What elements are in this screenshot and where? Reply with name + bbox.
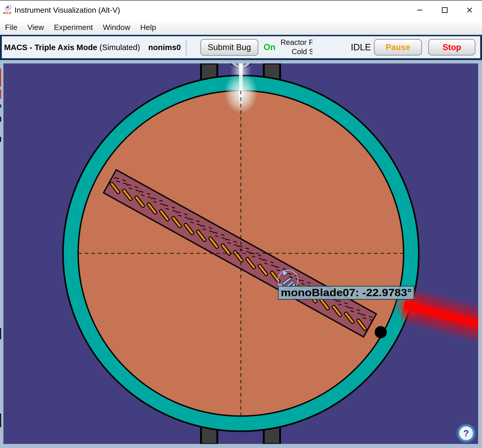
title-bar: NICE Instrument Visualization (Alt-V) — [0, 0, 482, 20]
instrument-visualization-canvas[interactable]: monoBlade07: -22.9783° ? — [0, 60, 482, 448]
drum-marker-dot — [375, 326, 387, 338]
maximize-button[interactable] — [432, 0, 457, 20]
instrument-mode: (Simulated) — [99, 43, 140, 52]
menu-view[interactable]: View — [27, 23, 44, 32]
menu-experiment[interactable]: Experiment — [54, 23, 93, 32]
menu-bar: File View Experiment Window Help — [0, 20, 482, 35]
run-state-label: IDLE — [351, 36, 371, 58]
reactor-labels: Reactor P Cold S — [281, 38, 313, 57]
close-icon — [467, 8, 472, 13]
frame-right — [478, 60, 482, 448]
edge-artifact — [0, 137, 1, 142]
edge-artifact — [0, 68, 1, 87]
maximize-icon — [442, 7, 448, 13]
help-icon: ? — [463, 428, 469, 438]
nice-icon-label: NICE — [3, 11, 12, 15]
user-name: nonims0 — [148, 36, 181, 58]
window-title: Instrument Visualization (Alt-V) — [15, 6, 120, 15]
blade-tooltip: monoBlade07: -22.9783° — [278, 286, 414, 299]
status-toolbar: MACS - Triple Axis Mode (Simulated) noni… — [0, 35, 482, 60]
help-button[interactable]: ? — [456, 423, 476, 443]
cold-source-label: Cold S — [281, 47, 313, 56]
reactor-power-label: Reactor P — [281, 38, 313, 47]
incident-beam-core — [239, 63, 243, 109]
menu-file[interactable]: File — [5, 23, 17, 32]
close-button[interactable] — [457, 0, 482, 20]
edge-artifact — [0, 104, 1, 108]
blade-tooltip-text: monoBlade07: -22.9783° — [281, 287, 412, 298]
minimize-button[interactable] — [407, 0, 432, 20]
frame-top — [0, 60, 482, 64]
toolbar-divider — [186, 40, 186, 55]
menu-help[interactable]: Help — [140, 23, 156, 32]
frame-bottom — [0, 444, 482, 448]
instrument-title: MACS - Triple Axis Mode (Simulated) — [4, 36, 140, 58]
reactor-on-status: On — [264, 36, 276, 58]
nice-app-icon: NICE — [3, 5, 12, 15]
edge-artifact — [0, 414, 1, 427]
pause-button[interactable]: Pause — [374, 39, 422, 56]
edge-artifact — [0, 117, 1, 122]
menu-window[interactable]: Window — [103, 23, 130, 32]
stop-button[interactable]: Stop — [428, 39, 475, 56]
instrument-name: MACS - Triple Axis Mode — [4, 43, 97, 52]
edge-artifact — [0, 89, 1, 99]
instrument-visualization-window: NICE Instrument Visualization (Alt-V) Fi… — [0, 0, 482, 448]
edge-artifact — [0, 328, 1, 339]
submit-bug-button[interactable]: Submit Bug — [200, 39, 258, 56]
minimize-icon — [417, 10, 422, 10]
